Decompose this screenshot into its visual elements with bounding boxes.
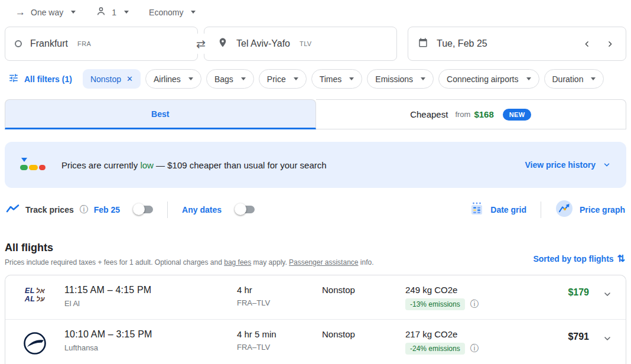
filter-chip-nonstop-active[interactable]: Nonstop ✕ — [83, 69, 141, 89]
expand-chevron-icon[interactable] — [603, 334, 612, 343]
date-field[interactable]: Tue, Feb 25 — [408, 27, 626, 61]
origin-circle-icon — [15, 40, 22, 47]
price-graph-label: Price graph — [580, 205, 625, 214]
destination-city: Tel Aviv-Yafo — [236, 38, 290, 49]
flight-row-elal[interactable]: ELאל ALעל 11:15 AM – 4:15 PM El Al 4 hr … — [5, 275, 626, 319]
airline-name: El Al — [64, 299, 237, 308]
emissions-cell: 217 kg CO2e -24% emissions ⓘ — [405, 329, 553, 355]
view-price-history-label: View price history — [525, 160, 596, 170]
page-title: All flights — [5, 242, 374, 254]
filter-chip-airlines[interactable]: Airlines — [145, 69, 201, 89]
destination-airport-code: TLV — [300, 40, 312, 47]
chevron-down-icon — [71, 11, 76, 14]
passenger-count: 1 — [112, 8, 116, 17]
location-pin-icon — [217, 37, 228, 50]
price-graph-button[interactable]: Price graph — [555, 200, 625, 219]
flight-duration: 4 hr 5 min — [237, 329, 322, 339]
track-date-toggle[interactable] — [134, 206, 153, 213]
chip-label: Nonstop — [90, 74, 121, 84]
date-nav — [583, 40, 616, 48]
result-tabs: Best Cheapest from $168 NEW — [5, 99, 626, 129]
price-disclaimer: Prices include required taxes + fees for… — [5, 258, 374, 266]
chevron-down-icon — [241, 77, 246, 80]
origin-field[interactable]: Frankfurt FRA — [5, 27, 198, 61]
price-level-gauge-icon — [20, 160, 45, 170]
chip-label: Connecting airports — [447, 74, 518, 84]
emissions-amount: 217 kg CO2e — [405, 329, 553, 339]
destination-field[interactable]: Tel Aviv-Yafo TLV — [204, 27, 397, 61]
chip-label: Bags — [214, 74, 233, 84]
filter-chip-bags[interactable]: Bags — [206, 69, 254, 89]
sort-button[interactable]: Sorted by top flights ⇅ — [533, 253, 625, 264]
info-icon[interactable]: ⓘ — [470, 299, 479, 310]
any-dates-group: Any dates — [182, 205, 255, 214]
filter-chip-price[interactable]: Price — [259, 69, 307, 89]
previous-date-button[interactable] — [583, 40, 591, 48]
airline-name: Lufthansa — [64, 343, 237, 352]
filter-chip-connecting-airports[interactable]: Connecting airports — [438, 69, 539, 89]
elal-logo: ELאל ALעל — [5, 285, 64, 304]
expand-chevron-icon[interactable] — [603, 290, 612, 299]
chevron-down-icon — [349, 77, 354, 80]
view-price-history-button[interactable]: View price history — [525, 160, 611, 170]
close-icon[interactable]: ✕ — [126, 74, 133, 83]
chip-label: Airlines — [154, 74, 181, 84]
date-grid-button[interactable]: Date grid — [470, 202, 526, 217]
chip-label: Duration — [552, 74, 584, 84]
next-date-button[interactable] — [606, 40, 614, 48]
stops-label: Nonstop — [322, 285, 405, 295]
track-prices-group: Track prices ⓘ Feb 25 — [6, 204, 153, 216]
price-insight-text: Prices are currently low — $109 cheaper … — [61, 160, 327, 170]
track-prices-label: Track prices — [25, 205, 74, 214]
chevron-down-icon — [191, 11, 196, 14]
info-icon[interactable]: ⓘ — [80, 204, 88, 215]
all-filters-button[interactable]: All filters (1) — [8, 73, 72, 85]
any-dates-toggle[interactable] — [236, 206, 255, 213]
cheapest-from-label: from — [455, 110, 470, 119]
price-insights-banner: Prices are currently low — $109 cheaper … — [5, 142, 626, 188]
flight-times: 10:10 AM – 3:15 PM — [64, 329, 237, 340]
swap-airports-button[interactable]: ⇄ — [190, 33, 212, 54]
origin-city: Frankfurt — [30, 38, 68, 49]
emissions-cell: 249 kg CO2e -13% emissions ⓘ — [405, 285, 553, 310]
tab-cheapest-label: Cheapest — [410, 109, 448, 119]
price-graph-icon — [555, 200, 573, 219]
filter-chip-duration[interactable]: Duration — [544, 69, 604, 89]
filter-chip-emissions[interactable]: Emissions — [367, 69, 434, 89]
emissions-amount: 249 kg CO2e — [405, 285, 553, 295]
results-header: All flights Prices include required taxe… — [0, 228, 631, 274]
track-prices-bar: Track prices ⓘ Feb 25 Any dates Date gri… — [0, 188, 631, 228]
swap-icon: ⇄ — [196, 37, 206, 51]
view-tools: Date grid Price graph — [470, 200, 625, 219]
bag-fees-link[interactable]: bag fees — [224, 258, 251, 266]
date-grid-icon — [470, 202, 484, 217]
tab-cheapest[interactable]: Cheapest from $168 NEW — [316, 99, 627, 129]
info-icon[interactable]: ⓘ — [470, 343, 479, 354]
trend-line-icon — [6, 204, 19, 216]
chevron-down-icon — [603, 161, 611, 169]
filter-bar: All filters (1) Nonstop ✕ Airlines Bags … — [0, 61, 631, 92]
divider — [167, 202, 168, 218]
tab-best[interactable]: Best — [5, 99, 316, 129]
flight-times: 11:15 AM – 4:15 PM — [64, 285, 237, 295]
track-date-label: Feb 25 — [94, 205, 120, 214]
flight-route: FRA–TLV — [237, 343, 322, 352]
passenger-selector[interactable]: 1 — [96, 6, 129, 18]
all-filters-label: All filters (1) — [24, 74, 72, 84]
sort-label: Sorted by top flights — [533, 254, 613, 264]
chip-label: Price — [267, 74, 286, 84]
emissions-badge: -13% emissions — [405, 298, 465, 310]
chevron-down-icon — [294, 77, 298, 80]
filter-chip-times[interactable]: Times — [311, 69, 363, 89]
flight-row-lufthansa[interactable]: 10:10 AM – 3:15 PM Lufthansa 4 hr 5 min … — [5, 319, 626, 364]
person-icon — [96, 6, 106, 18]
chip-label: Emissions — [375, 74, 413, 84]
chevron-down-icon — [124, 11, 129, 14]
emissions-badge: -24% emissions — [405, 343, 465, 355]
passenger-assistance-link[interactable]: Passenger assistance — [289, 258, 358, 266]
trip-type-selector[interactable]: → One way — [15, 6, 76, 18]
any-dates-label: Any dates — [182, 205, 222, 214]
cabin-class-selector[interactable]: Economy — [149, 8, 196, 17]
flight-duration: 4 hr — [237, 285, 322, 295]
date-grid-label: Date grid — [490, 205, 526, 214]
